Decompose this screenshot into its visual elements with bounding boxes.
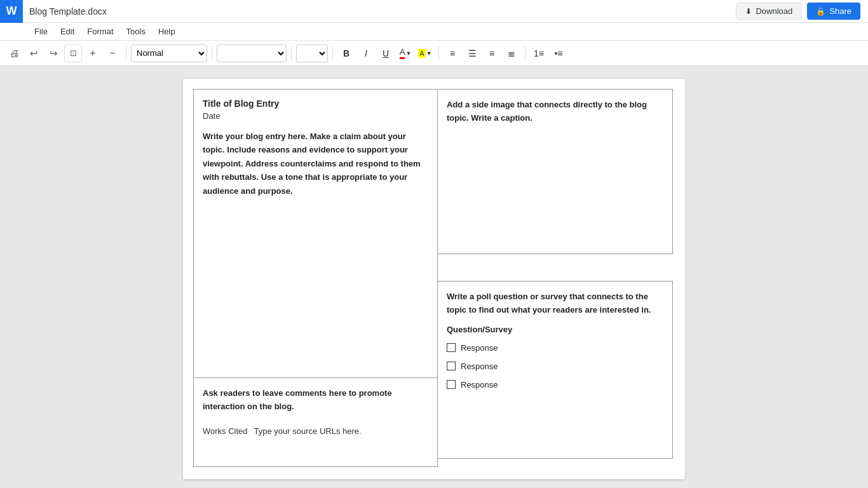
comments-text: Ask readers to leave comments here to pr… xyxy=(203,387,428,414)
checkbox-1[interactable] xyxy=(447,343,456,352)
app-icon: W xyxy=(0,0,23,23)
font-dropdown[interactable] xyxy=(217,44,287,62)
main-content-area: Title of Blog Entry Date Write your blog… xyxy=(0,66,868,488)
menu-tools[interactable]: Tools xyxy=(121,25,151,37)
blog-date: Date xyxy=(203,111,428,121)
poll-response-1: Response xyxy=(447,343,663,353)
image-placeholder-text: Add a side image that connects directly … xyxy=(447,98,663,125)
share-button[interactable]: 🔒 Share xyxy=(807,3,860,20)
style-dropdown[interactable]: Normal xyxy=(131,44,207,62)
poll-question-label: Question/Survey xyxy=(447,325,663,334)
zoom-out-button[interactable]: − xyxy=(104,44,121,62)
toolbar: 🖨 ↩ ↪ ⊡ + − Normal B I U A ▼ A ▼ ≡ ☰ ≡ ≣… xyxy=(0,41,868,66)
document-page: Title of Blog Entry Date Write your blog… xyxy=(183,79,685,479)
align-justify-button[interactable]: ≣ xyxy=(503,44,520,62)
checkbox-2[interactable] xyxy=(447,362,456,370)
align-center-button[interactable]: ☰ xyxy=(463,44,481,62)
redo-button[interactable]: ↪ xyxy=(44,44,62,62)
poll-response-3: Response xyxy=(447,380,663,390)
bold-button[interactable]: B xyxy=(337,44,355,62)
menu-file[interactable]: File xyxy=(29,25,53,37)
underline-button[interactable]: U xyxy=(377,44,395,62)
blog-body: Write your blog entry here. Make a claim… xyxy=(203,130,428,198)
doc-layout: Title of Blog Entry Date Write your blog… xyxy=(193,89,675,467)
zoom-in-button[interactable]: + xyxy=(84,44,102,62)
menu-help[interactable]: Help xyxy=(153,25,180,37)
right-column: Add a side image that connects directly … xyxy=(438,89,673,467)
image-cell[interactable]: Add a side image that connects directly … xyxy=(438,89,673,254)
zoom-fit-button[interactable]: ⊡ xyxy=(64,44,82,62)
blog-content-cell[interactable]: Title of Blog Entry Date Write your blog… xyxy=(193,89,438,378)
download-button[interactable]: ⬇ Download xyxy=(736,3,802,20)
font-size-dropdown[interactable] xyxy=(296,44,328,62)
works-cited-label: Works Cited xyxy=(203,426,248,436)
print-icon[interactable]: 🖨 xyxy=(5,44,23,62)
unordered-list-button[interactable]: •≡ xyxy=(550,44,567,62)
share-icon: 🔒 xyxy=(816,7,825,16)
ordered-list-button[interactable]: 1≡ xyxy=(530,44,548,62)
comments-works-cited-cell[interactable]: Ask readers to leave comments here to pr… xyxy=(193,378,438,467)
checkbox-3[interactable] xyxy=(447,380,456,389)
left-column: Title of Blog Entry Date Write your blog… xyxy=(193,89,438,467)
menu-bar: File Edit Format Tools Help xyxy=(0,23,868,41)
doc-title: Blog Template.docx xyxy=(29,6,736,17)
source-url-text: Type your source URLs here. xyxy=(254,426,362,436)
poll-response-2: Response xyxy=(447,362,663,371)
download-icon: ⬇ xyxy=(745,7,752,16)
text-color-button[interactable]: A ▼ xyxy=(397,44,414,62)
menu-edit[interactable]: Edit xyxy=(55,25,79,37)
menu-format[interactable]: Format xyxy=(82,25,118,37)
italic-button[interactable]: I xyxy=(357,44,375,62)
poll-intro: Write a poll question or survey that con… xyxy=(447,290,663,317)
blog-title: Title of Blog Entry xyxy=(203,98,428,109)
undo-button[interactable]: ↩ xyxy=(25,44,43,62)
highlight-button[interactable]: A ▼ xyxy=(416,44,434,62)
align-right-button[interactable]: ≡ xyxy=(483,44,501,62)
align-left-button[interactable]: ≡ xyxy=(444,44,461,62)
poll-cell[interactable]: Write a poll question or survey that con… xyxy=(438,281,673,459)
